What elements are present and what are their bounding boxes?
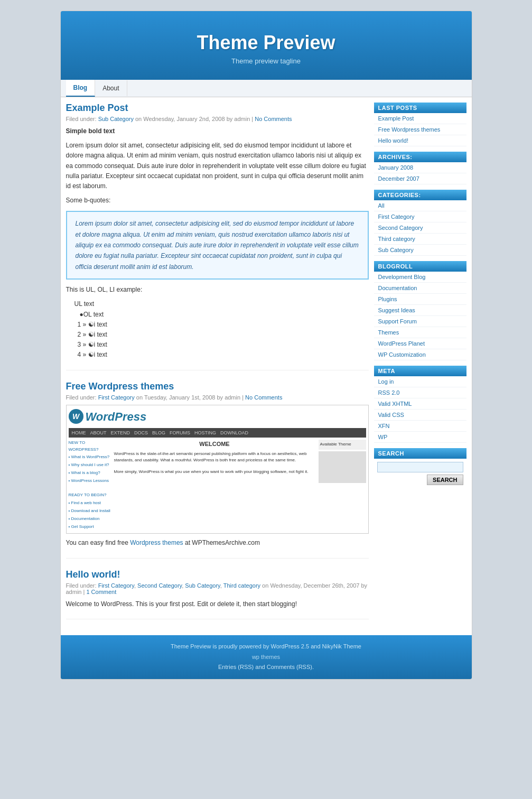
- site-footer: Theme Preview is proudly powered by Word…: [61, 635, 472, 679]
- search-button[interactable]: SEARCH: [427, 475, 463, 485]
- blogroll-support[interactable]: Support Forum: [374, 316, 466, 327]
- site-title: Theme Preview: [197, 32, 335, 54]
- post-lorem: Lorem ipsum dolor sit amet, consectetur …: [66, 141, 369, 191]
- wp-sidebar-mini: NEW TO WORDPRESS? • What is WordPress? •…: [69, 440, 111, 532]
- list-item-2: 2 » ☯i text: [78, 330, 369, 340]
- meta-xfn[interactable]: XFN: [374, 421, 466, 431]
- post-meta-free-themes: Filed under: First Category on Tuesday, …: [66, 394, 369, 401]
- post-body-free-themes: W WordPress HOME ABOUT EXTEND DOCS BLOG …: [66, 405, 369, 549]
- list-item: WordPress Planet: [374, 338, 466, 349]
- bold-text: Simple bold text: [66, 127, 115, 135]
- sidebar-last-posts: LAST POSTS Example Post Free Wordpress t…: [374, 103, 466, 146]
- nav-item-about[interactable]: About: [95, 80, 127, 96]
- meta-wp[interactable]: WP: [374, 432, 466, 442]
- archive-link-dec[interactable]: December 2007: [374, 173, 466, 184]
- list-item: RSS 2.0: [374, 387, 466, 398]
- meta-header: META: [374, 366, 466, 376]
- list-item: Free Wordpress themes: [374, 124, 466, 135]
- list-item: Second Category: [374, 222, 466, 234]
- post-comments-link[interactable]: No Comments: [255, 116, 292, 122]
- sidebar-blogroll: BLOGROLL Development Blog Documentation …: [374, 261, 466, 360]
- search-header: SEARCH: [374, 448, 466, 459]
- last-post-link-1[interactable]: Example Post: [374, 113, 466, 124]
- meta-xhtml[interactable]: Valid XHTML: [374, 398, 466, 409]
- wp-logo: W WordPress: [69, 407, 366, 426]
- cat-link-first[interactable]: First Category: [98, 582, 134, 589]
- search-input[interactable]: [377, 462, 463, 472]
- last-post-link-2[interactable]: Free Wordpress themes: [374, 124, 466, 135]
- meta-login[interactable]: Log in: [374, 376, 466, 387]
- list-item: Development Blog: [374, 272, 466, 283]
- list-item: WP Customization: [374, 349, 466, 360]
- list-item: Hello world!: [374, 135, 466, 146]
- list-item: Valid CSS: [374, 410, 466, 421]
- footer-wp-link[interactable]: wp themes: [252, 654, 280, 660]
- wp-screenshot: W WordPress HOME ABOUT EXTEND DOCS BLOG …: [66, 405, 369, 534]
- post-meta-example: Filed under: Sub Category on Wednesday, …: [66, 116, 369, 122]
- blogroll-wp-planet[interactable]: WordPress Planet: [374, 338, 466, 349]
- meta-rss[interactable]: RSS 2.0: [374, 387, 466, 398]
- cat-third[interactable]: Third category: [374, 234, 466, 244]
- archive-link-jan[interactable]: January 2008: [374, 162, 466, 173]
- list-intro: This is UL, OL, LI example:: [66, 285, 369, 295]
- content-wrap: Example Post Filed under: Sub Category o…: [61, 97, 472, 635]
- wp-nav-bar: HOME ABOUT EXTEND DOCS BLOG FORUMS HOSTI…: [69, 428, 366, 438]
- sidebar-categories: CATEGORIES: All First Category Second Ca…: [374, 190, 466, 256]
- post-body-example: Simple bold text Lorem ipsum dolor sit a…: [66, 126, 369, 360]
- post-hello-world: Hello world! Filed under: First Category…: [66, 569, 369, 619]
- footer-line3: Entries (RSS) and Comments (RSS).: [67, 662, 465, 673]
- sidebar-meta: META Log in RSS 2.0 Valid XHTML Valid CS…: [374, 366, 466, 443]
- cat-link-second[interactable]: Second Category: [137, 582, 182, 589]
- list-item: All: [374, 200, 466, 211]
- blogroll-suggest[interactable]: Suggest Ideas: [374, 305, 466, 315]
- post-title-free-themes: Free Wordpress themes: [66, 381, 369, 392]
- blogroll-wp-custom[interactable]: WP Customization: [374, 349, 466, 360]
- nav-item-blog[interactable]: Blog: [66, 80, 96, 97]
- search-box: SEARCH: [374, 459, 466, 488]
- post-cat-link[interactable]: Sub Category: [98, 116, 134, 122]
- list-item: December 2007: [374, 173, 466, 184]
- wp-body: NEW TO WORDPRESS? • What is WordPress? •…: [69, 440, 366, 532]
- post-cat-first[interactable]: First Category: [98, 394, 135, 401]
- sidebar-archives: ARCHIVES: January 2008 December 2007: [374, 152, 466, 184]
- post-free-themes: Free Wordpress themes Filed under: First…: [66, 381, 369, 559]
- main-content: Example Post Filed under: Sub Category o…: [66, 103, 369, 630]
- list-item: Suggest Ideas: [374, 305, 466, 316]
- site-header: Theme Preview Theme preview tagline: [61, 11, 472, 80]
- blogroll-plugins[interactable]: Plugins: [374, 294, 466, 304]
- cat-all[interactable]: All: [374, 200, 466, 211]
- blogroll-themes[interactable]: Themes: [374, 327, 466, 338]
- main-nav: Blog About: [61, 80, 472, 97]
- list-item: Documentation: [374, 283, 466, 294]
- list-item: Log in: [374, 376, 466, 387]
- meta-css[interactable]: Valid CSS: [374, 410, 466, 420]
- post-no-comments[interactable]: No Comments: [245, 394, 282, 401]
- last-posts-list: Example Post Free Wordpress themes Hello…: [374, 113, 466, 146]
- list-item-ul: UL text: [74, 299, 369, 309]
- wp-themes-link[interactable]: Wordpress themes: [130, 539, 183, 546]
- cat-first[interactable]: First Category: [374, 211, 466, 222]
- wp-logo-text: WordPress: [86, 407, 147, 426]
- wp-content-mini: WELCOME WordPress is the state-of-the-ar…: [114, 440, 315, 532]
- cat-link-sub[interactable]: Sub Category: [185, 582, 220, 589]
- blogroll-docs[interactable]: Documentation: [374, 283, 466, 293]
- footer-line1: Theme Preview is proudly powered by Word…: [67, 642, 465, 652]
- archives-header: ARCHIVES:: [374, 152, 466, 162]
- cat-second[interactable]: Second Category: [374, 222, 466, 233]
- cat-sub[interactable]: Sub Category: [374, 245, 466, 255]
- last-post-link-3[interactable]: Hello world!: [374, 135, 466, 146]
- post-example: Example Post Filed under: Sub Category o…: [66, 103, 369, 370]
- list-item-1: 1 » ☯i text: [78, 320, 369, 330]
- list-item: Plugins: [374, 294, 466, 305]
- list-item: First Category: [374, 211, 466, 222]
- list-item: Support Forum: [374, 316, 466, 327]
- blogroll-header: BLOGROLL: [374, 261, 466, 272]
- hello-comments-link[interactable]: 1 Comment: [86, 589, 116, 595]
- list-item: Themes: [374, 327, 466, 338]
- cat-link-third[interactable]: Third category: [223, 582, 260, 589]
- list-item: Example Post: [374, 113, 466, 124]
- archives-list: January 2008 December 2007: [374, 162, 466, 184]
- blogroll-dev[interactable]: Development Blog: [374, 272, 466, 282]
- list-item-ol: ●OL text: [80, 310, 369, 320]
- list-example: UL text ●OL text 1 » ☯i text 2 » ☯i text…: [74, 299, 369, 360]
